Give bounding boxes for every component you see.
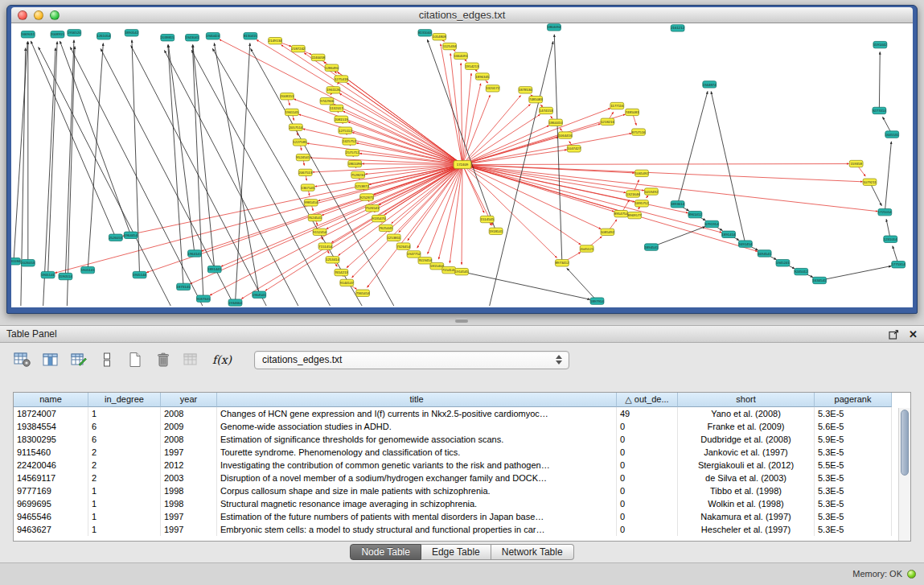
graph-node[interactable]: 1514545 bbox=[480, 216, 494, 222]
graph-node[interactable]: 9144147 bbox=[340, 279, 354, 286]
graph-node[interactable]: 1231014 bbox=[884, 236, 897, 242]
graph-node[interactable]: 1864094 bbox=[548, 24, 561, 31]
table-row[interactable]: 1938455462009Genome-wide association stu… bbox=[14, 420, 910, 433]
graph-node[interactable]: 1890542 bbox=[125, 30, 138, 36]
graph-node[interactable]: 9524541 bbox=[296, 154, 310, 160]
graph-node[interactable]: 1253414 bbox=[326, 257, 339, 263]
graph-node[interactable]: 1227585 bbox=[293, 139, 306, 146]
tab-edge-table[interactable]: Edge Table bbox=[421, 544, 491, 560]
table-settings-button[interactable] bbox=[13, 350, 32, 369]
graph-node[interactable]: 8954754 bbox=[614, 210, 628, 216]
graph-node[interactable]: 9981454 bbox=[304, 200, 318, 206]
graph-node[interactable]: 9742906 bbox=[320, 97, 334, 104]
table-row[interactable]: 946362711997Embryonic stem cells: a mode… bbox=[14, 523, 910, 536]
tab-network-table[interactable]: Network Table bbox=[491, 544, 574, 560]
graph-node[interactable]: 1914545 bbox=[455, 268, 469, 274]
graph-node[interactable]: 1964541 bbox=[253, 291, 266, 298]
graph-node[interactable]: 1261054 bbox=[97, 33, 111, 39]
column-header-out_de[interactable]: △ out_de... bbox=[617, 393, 678, 407]
graph-node[interactable]: 1961126 bbox=[326, 87, 340, 93]
graph-node[interactable]: 1945241 bbox=[776, 260, 790, 266]
float-panel-icon[interactable] bbox=[889, 329, 899, 340]
graph-node[interactable]: 1964141 bbox=[188, 250, 202, 257]
window-titlebar[interactable]: citations_edges.txt bbox=[11, 7, 913, 23]
graph-node[interactable]: 1896345 bbox=[475, 73, 489, 80]
graph-node[interactable]: 2575712 bbox=[346, 150, 359, 156]
graph-node[interactable]: 7528230 bbox=[351, 171, 365, 178]
graph-node[interactable]: 1897914 bbox=[590, 298, 604, 304]
graph-node[interactable]: 8757516 bbox=[632, 129, 646, 135]
graph-node[interactable]: 2149134 bbox=[269, 38, 282, 44]
graph-node[interactable]: 7151454 bbox=[318, 243, 332, 249]
graph-node[interactable]: 1132017 bbox=[330, 105, 343, 111]
graph-node[interactable]: 7485081 bbox=[626, 109, 639, 115]
column-header-title[interactable]: title bbox=[217, 393, 617, 407]
graph-node[interactable]: 1059492 bbox=[644, 188, 658, 195]
graph-node[interactable]: 1321646 bbox=[626, 191, 640, 197]
graph-node[interactable]: 9245012 bbox=[795, 268, 808, 274]
graph-node[interactable]: 7654213 bbox=[335, 269, 348, 275]
graph-node[interactable]: 1320172 bbox=[486, 85, 499, 92]
graph-node[interactable]: 1878530 bbox=[519, 87, 532, 93]
graph-node[interactable]: 159358 bbox=[849, 160, 863, 167]
table-row[interactable]: 969969511998Structural magnetic resonanc… bbox=[14, 497, 910, 510]
graph-node[interactable]: 8961412 bbox=[688, 211, 702, 217]
graph-node[interactable]: 9135470 bbox=[372, 215, 385, 221]
graph-node[interactable]: 2067513 bbox=[298, 169, 312, 175]
graph-node[interactable]: 1054808 bbox=[433, 34, 446, 40]
graph-node[interactable]: 8131044 bbox=[418, 30, 432, 36]
graph-node[interactable]: 2240058 bbox=[311, 54, 325, 60]
graph-node[interactable]: 1275418 bbox=[335, 76, 348, 82]
graph-node[interactable]: 2008151 bbox=[280, 93, 294, 100]
graph-node[interactable]: 9277414 bbox=[873, 107, 886, 113]
graph-node[interactable]: 7485083 bbox=[529, 96, 543, 102]
graph-node[interactable]: 1047427 bbox=[567, 146, 581, 152]
graph-node[interactable]: 1177116 bbox=[610, 102, 624, 109]
graph-node[interactable]: 9252871 bbox=[360, 194, 374, 200]
graph-node[interactable]: 2026053 bbox=[21, 260, 35, 266]
graph-node[interactable]: 1954213 bbox=[465, 63, 478, 69]
graph-node[interactable]: 1275112 bbox=[339, 127, 352, 134]
table-selector-dropdown[interactable]: citations_edges.txt bbox=[254, 351, 569, 369]
graph-node[interactable]: 1645531 bbox=[885, 131, 899, 138]
graph-node[interactable]: 1474153 bbox=[540, 107, 553, 113]
graph-node[interactable]: 7365414 bbox=[356, 290, 370, 296]
graph-node[interactable]: 1893614 bbox=[671, 201, 684, 208]
table-row[interactable]: 1456911722003Disruption of a novel membe… bbox=[14, 472, 910, 484]
graph-node[interactable]: 5905141 bbox=[41, 271, 55, 278]
graph-node[interactable]: 8130415 bbox=[244, 33, 257, 39]
delete-table-button[interactable] bbox=[154, 350, 173, 369]
graph-node[interactable]: 7619454 bbox=[418, 257, 432, 264]
graph-node[interactable]: 2161212 bbox=[671, 25, 684, 31]
graph-node[interactable]: 1125434 bbox=[443, 43, 457, 49]
graph-node[interactable]: 1286490 bbox=[325, 64, 339, 71]
graph-node[interactable]: 1944874 bbox=[703, 81, 717, 88]
column-header-year[interactable]: year bbox=[161, 393, 217, 407]
graph-node[interactable]: 9152454 bbox=[313, 229, 326, 235]
select-columns-button[interactable] bbox=[41, 350, 60, 369]
graph-node[interactable]: 1590514 bbox=[59, 273, 72, 279]
graph-node[interactable]: 1861096 bbox=[348, 160, 362, 167]
graph-node[interactable]: 1894541 bbox=[644, 244, 658, 250]
table-row[interactable]: 911546021997Tourette syndrome. Phenomeno… bbox=[14, 446, 910, 459]
zoom-window-button[interactable] bbox=[50, 10, 60, 20]
import-table-button[interactable] bbox=[182, 350, 201, 369]
graph-node[interactable]: 1895752 bbox=[635, 200, 649, 207]
tab-node-table[interactable]: Node Table bbox=[350, 544, 421, 560]
row-tools-button[interactable] bbox=[97, 350, 117, 369]
graph-node[interactable]: 1367145 bbox=[301, 184, 314, 191]
graph-node[interactable]: 1253872 bbox=[355, 183, 369, 189]
graph-node[interactable]: 1961145 bbox=[285, 109, 298, 115]
graph-node[interactable]: 1669011 bbox=[21, 31, 35, 38]
graph-node[interactable]: 9187341 bbox=[196, 295, 210, 302]
column-header-short[interactable]: short bbox=[678, 393, 815, 407]
graph-node[interactable]: 7624541 bbox=[308, 214, 322, 220]
graph-node[interactable]: 5591442 bbox=[873, 41, 887, 47]
graph-node[interactable]: 2039815 bbox=[161, 35, 175, 41]
graph-node[interactable]: 1253811 bbox=[387, 234, 400, 241]
table-scrollbar[interactable] bbox=[898, 408, 910, 541]
graph-node[interactable]: 1931184 bbox=[11, 258, 21, 265]
graph-node[interactable]: 7326454 bbox=[396, 243, 410, 249]
graph-node[interactable]: 1664091 bbox=[454, 52, 468, 59]
graph-node[interactable]: 2045121 bbox=[580, 245, 593, 252]
